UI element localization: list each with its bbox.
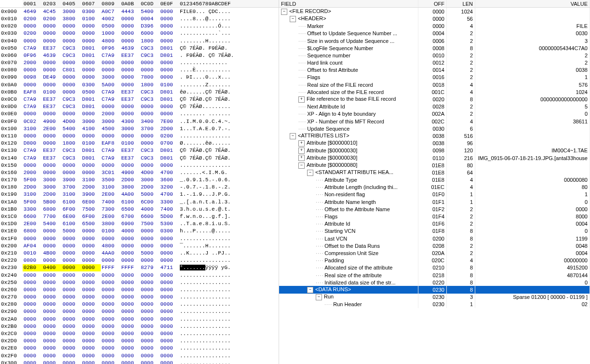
hex-word[interactable]: 0000 bbox=[23, 132, 42, 139]
hex-word[interactable]: C9C3 bbox=[140, 52, 160, 59]
hex-word[interactable]: 0000 bbox=[120, 162, 140, 169]
hex-word[interactable]: 0300 bbox=[81, 81, 101, 88]
hex-word[interactable]: 0000 bbox=[120, 249, 140, 256]
collapse-icon[interactable]: − bbox=[281, 9, 287, 15]
tree-row[interactable]: ····Size in words of Update Sequence ...… bbox=[279, 37, 590, 44]
hex-word[interactable]: 0000 bbox=[23, 337, 42, 345]
hex-word[interactable]: EAF8 bbox=[23, 88, 42, 95]
hex-word[interactable]: 0000 bbox=[62, 308, 81, 315]
hex-word[interactable]: D801 bbox=[81, 103, 101, 110]
hex-word[interactable]: C9C3 bbox=[62, 154, 81, 162]
hex-word[interactable]: 0000 bbox=[140, 257, 160, 264]
hex-word[interactable]: C7A9 bbox=[101, 95, 121, 103]
hex-word[interactable]: 0000 bbox=[62, 301, 81, 308]
hex-word[interactable]: 0000 bbox=[23, 315, 42, 323]
tree-field-cell[interactable]: ····Padding bbox=[279, 257, 418, 264]
hex-word[interactable]: 2D00 bbox=[120, 176, 140, 184]
hex-word[interactable]: 0000 bbox=[23, 294, 42, 301]
hex-ascii[interactable]: ................ bbox=[179, 359, 279, 364]
tree-row[interactable]: ····Starting VCN01F880 bbox=[279, 228, 590, 235]
hex-word[interactable]: 0000 bbox=[81, 294, 101, 301]
hex-word[interactable]: 0300 bbox=[159, 228, 179, 235]
hex-word[interactable]: 0000 bbox=[81, 67, 101, 74]
hex-word[interactable]: 0000 bbox=[62, 74, 81, 81]
hex-word[interactable]: 0000 bbox=[62, 345, 81, 352]
hex-word[interactable]: 0000 bbox=[140, 103, 160, 110]
hex-word[interactable]: 0000 bbox=[140, 162, 160, 169]
tree-field-cell[interactable]: ····Size in words of Update Sequence ... bbox=[279, 37, 418, 44]
collapse-icon[interactable]: − bbox=[290, 16, 296, 22]
tree-row[interactable]: −<ATTRIBUTES LIST>0038516 bbox=[279, 132, 590, 139]
hex-ascii[interactable]: h...P.....@..... bbox=[179, 228, 279, 235]
hex-ascii[interactable]: ..I.M.0.0.C.4.~. bbox=[179, 118, 279, 125]
hex-word[interactable]: C7A9 bbox=[23, 44, 42, 52]
hex-word[interactable]: 7E00 bbox=[159, 118, 179, 125]
hex-word[interactable]: 3000 bbox=[81, 118, 101, 125]
hex-word[interactable]: 0000 bbox=[81, 132, 101, 139]
hex-word[interactable]: 0000 bbox=[42, 308, 62, 315]
hex-row[interactable]: 0x21000104B00000000004AA0000050000000..K… bbox=[0, 249, 279, 256]
hex-row[interactable]: 0x2A000000000000000000000000000000000...… bbox=[0, 315, 279, 323]
hex-word[interactable]: 0000 bbox=[23, 286, 42, 293]
hex-word[interactable]: 0000 bbox=[23, 301, 42, 308]
hex-word[interactable]: 0700 bbox=[159, 140, 179, 147]
hex-ascii[interactable]: ....È........... bbox=[179, 67, 279, 74]
hex-row[interactable]: 0x0D0C7A9EE37C9C3D8010000000000000000Ç© … bbox=[0, 103, 279, 110]
hex-row[interactable]: 0x01002000200380001004002000000040000...… bbox=[0, 15, 279, 22]
hex-word[interactable]: 0200 bbox=[23, 30, 42, 37]
hex-word[interactable]: 0000 bbox=[62, 257, 81, 264]
hex-word[interactable]: 0000 bbox=[101, 359, 121, 364]
hex-word[interactable]: 0000 bbox=[42, 315, 62, 323]
hex-ascii[interactable]: Ç© 7ÉÃØ.Ç© 7ÉÃØ. bbox=[179, 147, 279, 154]
hex-word[interactable]: D801 bbox=[159, 154, 179, 162]
hex-word[interactable]: 0000 bbox=[62, 294, 81, 301]
hex-word[interactable]: 0000 bbox=[23, 308, 42, 315]
hex-word[interactable]: 0100 bbox=[101, 228, 121, 235]
hex-word[interactable]: 0000 bbox=[140, 140, 160, 147]
hex-word[interactable]: AF04 bbox=[23, 242, 42, 249]
tree-row[interactable]: ····Offset to the Attribute Name01F22000… bbox=[279, 205, 590, 213]
hex-ascii[interactable]: ................ bbox=[179, 330, 279, 337]
hex-word[interactable]: 0000 bbox=[159, 286, 179, 293]
hex-word[interactable]: 0000 bbox=[101, 301, 121, 308]
hex-word[interactable]: 0000 bbox=[42, 323, 62, 330]
hex-row[interactable]: 0x1E068000000500000000100400000000300h..… bbox=[0, 228, 279, 235]
hex-word[interactable]: 4800 bbox=[101, 242, 121, 249]
hex-word[interactable]: 0000 bbox=[120, 15, 140, 22]
hex-word[interactable]: 0000 bbox=[120, 242, 140, 249]
hex-row[interactable]: 0x26000000000000000000000000000000000...… bbox=[0, 286, 279, 293]
hex-ascii[interactable]: Ç© 7ÉÃØ......... bbox=[179, 103, 279, 110]
hex-row[interactable]: 0x24000000000000000000000000000000000...… bbox=[0, 271, 279, 279]
tree-field-cell[interactable]: ····Allocated size of the FILE record bbox=[279, 88, 418, 95]
tree-field-cell[interactable]: ····Flags bbox=[279, 213, 418, 220]
tree-field-cell[interactable]: ····Attribute Name length bbox=[279, 198, 418, 205]
hex-ascii[interactable]: ................ bbox=[179, 162, 279, 169]
hex-word[interactable]: 0000 bbox=[101, 286, 121, 293]
hex-row[interactable]: 0x1705F0030003900310035002D0030003600_.0… bbox=[0, 176, 279, 184]
hex-word[interactable]: 0000 bbox=[159, 15, 179, 22]
hex-word[interactable]: 0000 bbox=[159, 37, 179, 44]
expand-icon[interactable]: + bbox=[298, 140, 305, 147]
hex-word[interactable]: 0000 bbox=[23, 279, 42, 286]
hex-word[interactable]: 3700 bbox=[140, 125, 160, 132]
hex-ascii[interactable]: ................ bbox=[179, 308, 279, 315]
hex-word[interactable]: 0000 bbox=[159, 162, 179, 169]
hex-word[interactable]: 6100 bbox=[120, 198, 140, 205]
hex-ascii[interactable]: ........H....... bbox=[179, 37, 279, 44]
hex-row[interactable]: 0x140C7A9EE37C9C3D801C7A9EE37C9C3D801Ç© … bbox=[0, 154, 279, 162]
hex-word[interactable]: 4300 bbox=[120, 118, 140, 125]
tree-row[interactable]: ····Next Attribute Id002825 bbox=[279, 103, 590, 110]
hex-word[interactable]: 6C00 bbox=[140, 198, 160, 205]
hex-row[interactable]: 0x120D800000018000100EAF8010000000700Ø..… bbox=[0, 140, 279, 147]
hex-word[interactable]: 0000 bbox=[101, 103, 121, 110]
hex-word[interactable]: 0000 bbox=[120, 308, 140, 315]
hex-word[interactable]: 0000 bbox=[81, 345, 101, 352]
hex-row[interactable]: 0x15000000000000000000000000000000000...… bbox=[0, 162, 279, 169]
hex-word[interactable]: 0000 bbox=[140, 330, 160, 337]
hex-ascii[interactable]: ................ bbox=[179, 337, 279, 345]
hex-word[interactable]: 5400 bbox=[42, 220, 62, 228]
hex-word[interactable]: 0000 bbox=[159, 345, 179, 352]
tree-field-cell[interactable]: ····Sequence number bbox=[279, 52, 418, 59]
hex-ascii[interactable]: ............... bbox=[179, 59, 279, 67]
tree-field-cell[interactable]: −<FILE RECORD> bbox=[279, 8, 418, 15]
